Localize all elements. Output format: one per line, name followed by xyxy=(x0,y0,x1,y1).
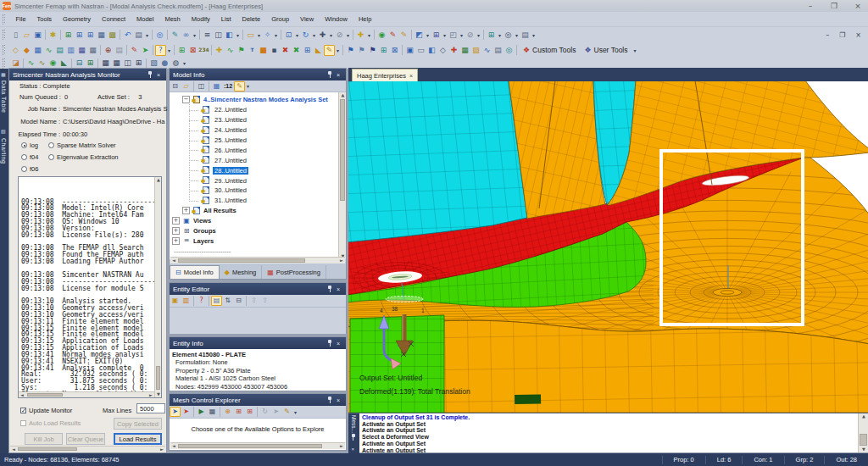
tree-node-output-set[interactable]: 26..Untitled xyxy=(170,145,336,155)
menu-item[interactable]: Geometry xyxy=(58,12,97,26)
mesh-control-explorer-header[interactable]: Mesh Control Explorer × xyxy=(170,394,346,406)
workplane-icon[interactable]: ⊞ xyxy=(486,30,497,41)
close-icon[interactable]: × xyxy=(154,72,163,78)
triangle-icon[interactable]: ◣ xyxy=(313,45,324,56)
merge-model-icon[interactable]: ⊞ xyxy=(85,30,96,41)
dropdown-caret[interactable]: ▾ xyxy=(425,32,431,38)
table-icon[interactable]: ▦ xyxy=(32,45,43,56)
scroll-down-icon[interactable]: ▼ xyxy=(155,391,162,397)
menu-item[interactable]: Delete xyxy=(236,12,266,26)
close-icon[interactable]: × xyxy=(334,286,342,292)
load-results-icon[interactable]: ▱ xyxy=(181,81,192,92)
explore-red-icon[interactable]: ➤ xyxy=(181,407,192,417)
close-icon[interactable]: × xyxy=(334,341,342,347)
radio-eigenvalue[interactable]: Eigenvalue Extraction xyxy=(48,153,119,161)
scroll-down-icon[interactable]: ▼ xyxy=(859,447,868,452)
expand-icon[interactable]: + xyxy=(172,217,180,225)
copy-selected-button[interactable]: Copy Selected xyxy=(114,418,162,430)
grid-3d-icon[interactable]: ⊞ xyxy=(431,30,442,41)
help-bubble-icon[interactable]: ? xyxy=(155,45,166,56)
menu-item[interactable]: Mesh xyxy=(159,12,186,26)
wireframe-icon[interactable]: ◇ xyxy=(437,45,448,56)
window-minimize-button[interactable]: – xyxy=(805,2,815,10)
tab-data-table[interactable]: Data Table xyxy=(1,80,7,113)
open-folder-icon[interactable]: ▱ xyxy=(21,30,32,41)
view-cube-icon[interactable]: ⊡ xyxy=(283,30,294,41)
scroll-up-icon[interactable]: ▲ xyxy=(859,413,868,419)
table-grid-icon[interactable]: ▥ xyxy=(65,45,76,56)
flag-navy-icon[interactable]: ⚑ xyxy=(367,45,378,56)
delete-red-icon[interactable]: ✖ xyxy=(280,45,291,56)
pencil-yellow-icon[interactable]: ✎ xyxy=(398,30,409,41)
entity-info-header[interactable]: Entity Info × xyxy=(170,337,346,349)
list-view-icon[interactable]: ▤ xyxy=(211,296,222,306)
dropdown-caret[interactable]: ▾ xyxy=(256,32,262,38)
model-notes-icon[interactable]: ▩ xyxy=(107,30,118,41)
dropdown-caret[interactable]: ▾ xyxy=(476,32,481,38)
dropdown-caret[interactable]: ▾ xyxy=(311,32,317,38)
load-model-icon[interactable]: ⊞ xyxy=(74,30,85,41)
expand-icon[interactable]: + xyxy=(172,227,180,235)
dropdown-caret[interactable]: ▾ xyxy=(294,32,300,38)
grid-delete-icon[interactable]: ⊠ xyxy=(187,45,198,56)
tree-node-analysis-set[interactable]: − 4..Simcenter Nastran Modes Analysis Se… xyxy=(170,95,336,105)
radio-log[interactable]: log xyxy=(21,141,38,149)
measure-icon[interactable]: ⊕ xyxy=(103,45,114,56)
label-icon[interactable]: ▭ xyxy=(415,45,426,56)
scrollbar-thumb[interactable] xyxy=(27,393,63,397)
box-select-icon[interactable]: ◰ xyxy=(448,30,459,41)
model-view-canvas[interactable]: 4 38 1 Output Set: Untitled Deformed(1.1… xyxy=(348,81,868,413)
menu-item[interactable]: Window xyxy=(320,12,353,26)
pin-icon[interactable] xyxy=(351,434,355,442)
viewport-tab[interactable]: Haag Enterprises × xyxy=(352,69,418,81)
panel-icon[interactable]: ◫ xyxy=(213,30,224,41)
grid-plus-icon[interactable]: ⊞ xyxy=(176,45,187,56)
menu-item[interactable]: List xyxy=(215,12,236,26)
radio-f06[interactable]: f06 xyxy=(21,165,38,173)
menu-item[interactable]: File xyxy=(10,12,31,26)
scroll-right-icon[interactable]: ► xyxy=(147,392,154,398)
dropdown-caret[interactable]: ▾ xyxy=(514,32,520,38)
tree-node-output-set[interactable]: 29..Untitled xyxy=(170,175,336,186)
pin-icon[interactable] xyxy=(146,71,154,79)
mdi-restore-button[interactable]: ❐ xyxy=(839,31,845,39)
ban-icon[interactable]: ⊘ xyxy=(465,30,476,41)
scrollbar-thumb[interactable] xyxy=(340,99,345,201)
print-gray-icon[interactable]: ▤ xyxy=(114,45,125,56)
close-icon[interactable]: × xyxy=(352,447,355,452)
pick-arrow-icon[interactable]: ➤ xyxy=(140,45,151,56)
model-table-icon[interactable]: ▦ xyxy=(96,30,107,41)
analysis-monitor-header[interactable]: Simcenter Nastran Analysis Monitor × xyxy=(9,69,166,80)
tree-node-all-results[interactable]: + All Results xyxy=(170,206,336,216)
log-vertical-scrollbar[interactable]: ▲ ▼ xyxy=(154,177,161,397)
bracket-plus-icon[interactable]: ⊕ xyxy=(222,407,233,417)
tab-model-info[interactable]: ⊟ Model Info xyxy=(170,265,220,279)
tree-node-output-set[interactable]: 22..Untitled xyxy=(170,105,336,115)
add-icon[interactable]: ✚ xyxy=(355,30,366,41)
dropdown-caret[interactable]: ▾ xyxy=(273,32,279,38)
flag-blue-icon[interactable]: ⚑ xyxy=(345,45,356,56)
solid-orange-icon[interactable]: ■ xyxy=(258,45,269,56)
pin-icon[interactable] xyxy=(326,397,334,404)
undo-icon[interactable]: ↶ xyxy=(122,30,133,41)
scrollbar-thumb[interactable] xyxy=(178,258,305,263)
pin-icon[interactable] xyxy=(326,71,334,79)
tree-view-icon[interactable]: ⊟ xyxy=(170,81,181,92)
pointer-icon[interactable]: ➤ xyxy=(270,407,281,417)
delete-output-icon[interactable]: ▦ xyxy=(211,81,222,92)
bracket-h-icon[interactable]: ⊞ xyxy=(244,407,255,417)
tree-node-output-set[interactable]: 25..Untitled xyxy=(170,136,336,146)
pencil-red-icon[interactable]: ✎ xyxy=(387,30,398,41)
import-model-icon[interactable]: ⊞ xyxy=(63,30,74,41)
palette-icon[interactable]: ◩ xyxy=(414,30,425,41)
scrollbar-thumb[interactable] xyxy=(860,434,867,446)
shade-icon[interactable]: ◧ xyxy=(426,45,437,56)
print-icon[interactable]: ▤ xyxy=(133,30,144,41)
check-green-icon[interactable]: ✖ xyxy=(291,45,302,56)
menu-item[interactable]: Modify xyxy=(186,12,215,26)
dropdown-caret[interactable]: ▾ xyxy=(192,32,198,38)
scroll-left-icon[interactable]: ◄ xyxy=(19,392,25,398)
group-view-icon[interactable]: ⊟ xyxy=(233,296,244,306)
dropdown-caret[interactable]: ▾ xyxy=(235,32,241,38)
tab-postprocessing[interactable]: ▦ PostProcessing xyxy=(262,265,326,279)
